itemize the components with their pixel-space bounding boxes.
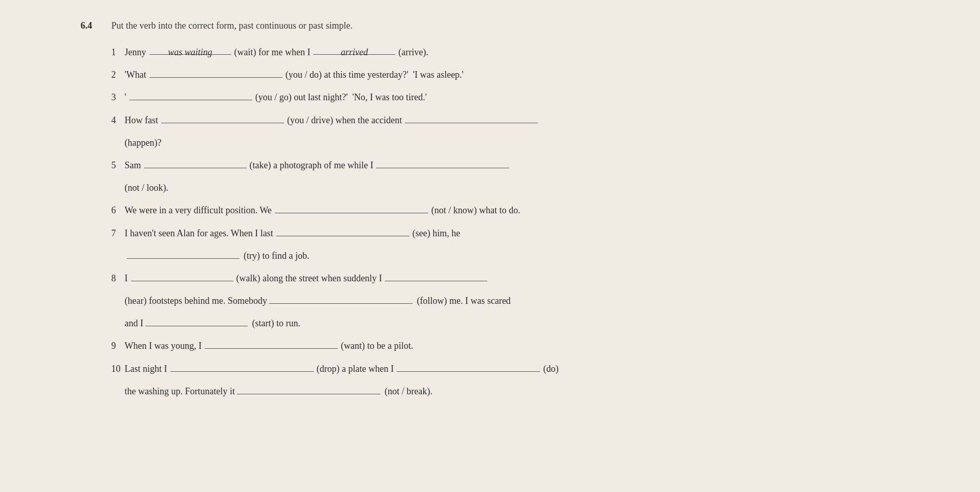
sentence-text-9: When I was young, I (want) to be a pilot… bbox=[125, 337, 900, 354]
sentence-item-8: 8 I (walk) along the street when suddenl… bbox=[112, 270, 900, 287]
hint: (start) to run. bbox=[250, 315, 300, 332]
continuation-7: (try) to find a job. bbox=[125, 247, 900, 264]
blank-5a bbox=[144, 157, 247, 168]
sentence-num-3: 3 bbox=[112, 88, 125, 106]
exercise-number: 6.4 bbox=[81, 20, 101, 31]
blank-7b bbox=[127, 248, 239, 259]
blank-7a bbox=[276, 225, 409, 236]
sentence-num-5: 5 bbox=[112, 156, 125, 174]
blank-9a bbox=[205, 338, 338, 349]
blank-4b bbox=[405, 112, 538, 123]
sentence-num-4: 4 bbox=[112, 111, 125, 129]
continuation-5: (not / look). bbox=[125, 179, 900, 196]
sentence-text-4: How fast (you / drive) when the accident bbox=[125, 111, 900, 129]
hint: (try) to find a job. bbox=[242, 247, 310, 264]
sentence-text-8: I (walk) along the street when suddenly … bbox=[125, 270, 900, 287]
sentence-num-6: 6 bbox=[112, 202, 125, 219]
hint: (want) to be a pilot. bbox=[341, 337, 413, 354]
word: 'What bbox=[125, 66, 146, 83]
sentence-item-10: 10 Last night I (drop) a plate when I (d… bbox=[112, 360, 900, 377]
sentence-num-10: 10 bbox=[112, 360, 125, 377]
sentence-text-5: Sam (take) a photograph of me while I bbox=[125, 156, 900, 174]
hint: (do) bbox=[543, 360, 558, 377]
sentence-num-7: 7 bbox=[112, 225, 125, 242]
word: How fast bbox=[125, 111, 159, 129]
sentence-text-10: Last night I (drop) a plate when I (do) bbox=[125, 360, 900, 377]
sentence-text-2: 'What (you / do) at this time yesterday?… bbox=[125, 66, 900, 83]
sentence-item-5: 5 Sam (take) a photograph of me while I bbox=[112, 156, 900, 174]
word: Sam bbox=[125, 156, 141, 174]
hint: (not / know) what to do. bbox=[431, 202, 520, 219]
sentence-num-8: 8 bbox=[112, 270, 125, 287]
hint: the washing up. Fortunately it bbox=[125, 383, 235, 400]
sentence-num-2: 2 bbox=[112, 66, 125, 83]
sentence-num-1: 1 bbox=[112, 43, 125, 61]
word: I haven't seen Alan for ages. When I las… bbox=[125, 225, 273, 242]
filled-blank-1b: arrived bbox=[313, 43, 395, 55]
sentence-text-6: We were in a very difficult position. We… bbox=[125, 202, 900, 219]
sentence-item-4: 4 How fast (you / drive) when the accide… bbox=[112, 111, 900, 129]
hint: (you / drive) when the accident bbox=[287, 111, 402, 129]
filled-blank-1a: was waiting bbox=[149, 43, 231, 55]
sentence-item-7: 7 I haven't seen Alan for ages. When I l… bbox=[112, 225, 900, 242]
blank-8b bbox=[385, 270, 487, 281]
word: Last night I bbox=[125, 360, 167, 377]
continuation-8a: (hear) footsteps behind me. Somebody (fo… bbox=[125, 292, 900, 309]
sentence-text-7: I haven't seen Alan for ages. When I las… bbox=[125, 225, 900, 242]
blank-6a bbox=[275, 203, 428, 214]
blank-10c bbox=[237, 383, 380, 394]
sentence-item-2: 2 'What (you / do) at this time yesterda… bbox=[112, 66, 900, 83]
blank-8c bbox=[269, 293, 412, 304]
sentence-item-9: 9 When I was young, I (want) to be a pil… bbox=[112, 337, 900, 354]
blank-8a bbox=[131, 270, 233, 281]
sentence-text-1: Jenny was waiting (wait) for me when I a… bbox=[125, 43, 900, 61]
hint: (follow) me. I was scared bbox=[415, 292, 511, 309]
word: ' bbox=[125, 88, 126, 106]
hint: (not / break). bbox=[382, 383, 432, 400]
blank-8d bbox=[145, 316, 248, 327]
continuation-8b: and I (start) to run. bbox=[125, 315, 900, 332]
blank-10b bbox=[397, 361, 540, 372]
blank-10a bbox=[170, 361, 314, 372]
blank-2a bbox=[149, 67, 282, 78]
sentence-item-6: 6 We were in a very difficult position. … bbox=[112, 202, 900, 219]
hint: (arrive). bbox=[398, 43, 428, 61]
hint: (you / do) at this time yesterday?' 'I w… bbox=[286, 66, 464, 83]
hint: (see) him, he bbox=[412, 225, 460, 242]
continuation-4: (happen)? bbox=[125, 134, 900, 151]
hint: (hear) footsteps behind me. Somebody bbox=[125, 292, 267, 309]
sentence-num-9: 9 bbox=[112, 337, 125, 354]
word: We were in a very difficult position. We bbox=[125, 202, 272, 219]
hint: (happen)? bbox=[125, 134, 162, 151]
hint: (not / look). bbox=[125, 179, 169, 196]
word: When I was young, I bbox=[125, 337, 202, 354]
page: 6.4 Put the verb into the correct form, … bbox=[81, 20, 900, 405]
sentence-item-3: 3 ' (you / go) out last night?' 'No, I w… bbox=[112, 88, 900, 106]
sentence-item-1: 1 Jenny was waiting (wait) for me when I… bbox=[112, 43, 900, 61]
hint: (take) a photograph of me while I bbox=[250, 156, 374, 174]
blank-4a bbox=[161, 112, 284, 123]
hint: (drop) a plate when I bbox=[317, 360, 394, 377]
blank-5b bbox=[376, 157, 509, 168]
hint: (you / go) out last night?' 'No, I was t… bbox=[255, 88, 427, 106]
hint: (walk) along the street when suddenly I bbox=[236, 270, 382, 287]
word: Jenny bbox=[125, 43, 146, 61]
sentence-text-3: ' (you / go) out last night?' 'No, I was… bbox=[125, 88, 900, 106]
word: I bbox=[125, 270, 128, 287]
exercise-header: 6.4 Put the verb into the correct form, … bbox=[81, 20, 900, 31]
hint: (wait) for me when I bbox=[234, 43, 311, 61]
exercise-body: 1 Jenny was waiting (wait) for me when I… bbox=[81, 43, 900, 400]
blank-3a bbox=[129, 90, 252, 101]
continuation-10: the washing up. Fortunately it (not / br… bbox=[125, 383, 900, 400]
exercise-instruction: Put the verb into the correct form, past… bbox=[112, 20, 353, 31]
hint: and I bbox=[125, 315, 143, 332]
